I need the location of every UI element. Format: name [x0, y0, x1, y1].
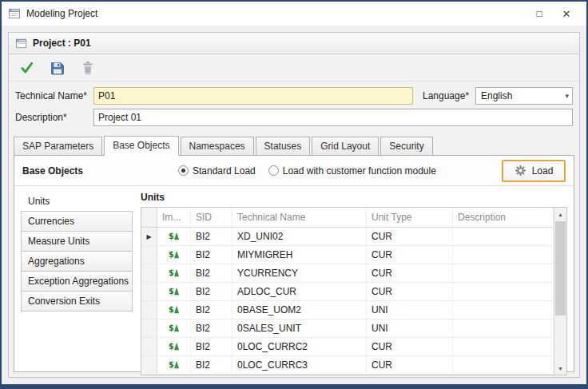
sid-cell: BI2	[191, 264, 232, 282]
unit-type-cell: UNI	[367, 320, 453, 337]
project-header: Project : P01	[9, 33, 579, 54]
row-selector-cell[interactable]: ▶	[141, 228, 157, 245]
currency-icon: $	[169, 267, 180, 280]
radio-standard-load[interactable]: Standard Load	[178, 165, 256, 177]
tab-namespaces[interactable]: Namespaces	[181, 137, 254, 155]
validate-button[interactable]	[18, 59, 36, 77]
sid-cell: BI2	[191, 228, 232, 245]
table-row[interactable]: ▶$BI2XD_UNI02CUR	[141, 228, 554, 246]
sid-cell: BI2	[191, 356, 232, 374]
currency-icon: $	[169, 322, 180, 335]
side-tabs: UnitsCurrenciesMeasure UnitsAggregations…	[21, 191, 133, 367]
row-selector-cell[interactable]	[141, 320, 157, 337]
technical-name-cell: 0LOC_CURRC3	[232, 356, 367, 374]
scroll-down-icon[interactable]: ▼	[554, 362, 566, 375]
row-selector-header	[141, 208, 157, 227]
currency-icon: $	[169, 304, 180, 317]
column-header-unit-type[interactable]: Unit Type	[367, 208, 453, 227]
technical-name-cell: YCURRENCY	[232, 264, 367, 282]
tab-statuses[interactable]: Statuses	[256, 137, 311, 155]
dialog-body: Project : P01	[2, 26, 586, 384]
close-button[interactable]: ✕	[553, 3, 580, 24]
load-button[interactable]: Load	[502, 160, 566, 182]
row-selector-cell[interactable]	[141, 246, 157, 264]
save-button[interactable]	[49, 59, 66, 77]
radio-customer-function-module[interactable]: Load with customer function module	[268, 165, 436, 177]
toolbar	[9, 54, 579, 81]
column-header-im[interactable]: Im...	[157, 208, 191, 227]
description-cell	[453, 246, 554, 264]
description-cell	[453, 356, 554, 374]
sid-cell: BI2	[191, 246, 232, 264]
column-header-sid[interactable]: SID	[191, 208, 232, 227]
technical-name-cell: 0LOC_CURRC2	[232, 338, 367, 355]
unit-type-cell: CUR	[367, 356, 453, 374]
maximize-button[interactable]: □	[526, 3, 553, 24]
row-selector-cell[interactable]	[141, 338, 157, 355]
technical-name-cell: 0BASE_UOM2	[232, 301, 367, 319]
scrollbar-thumb[interactable]	[555, 221, 566, 316]
svg-text:$: $	[169, 231, 174, 240]
svg-text:$: $	[169, 268, 174, 276]
side-item-conversion-exits[interactable]: Conversion Exits	[21, 291, 133, 312]
radio-unselected-icon	[268, 165, 279, 176]
row-selector-cell[interactable]	[141, 301, 157, 319]
table-row[interactable]: $BI20BASE_UOM2UNI	[141, 301, 554, 320]
unit-type-cell: CUR	[367, 264, 453, 282]
currency-icon: $	[169, 340, 180, 354]
description-cell	[453, 228, 554, 245]
table-row[interactable]: $BI2ADLOC_CURCUR	[141, 283, 554, 301]
tab-sap-parameters[interactable]: SAP Parameters	[14, 137, 102, 155]
currency-icon-cell: $	[157, 356, 191, 374]
vertical-scrollbar[interactable]: ▲ ▼	[554, 208, 566, 375]
grid-header-row: Im...SIDTechnical NameUnit TypeDescripti…	[141, 208, 554, 228]
table-row[interactable]: $BI20LOC_CURRC2CUR	[141, 338, 554, 356]
description-row: Description*	[15, 109, 573, 126]
table-row[interactable]: $BI20SALES_UNITUNI	[141, 320, 554, 338]
radio-selected-icon	[178, 165, 189, 176]
side-item-aggregations[interactable]: Aggregations	[21, 251, 133, 272]
column-header-description[interactable]: Description	[453, 208, 554, 227]
check-icon	[20, 61, 34, 75]
side-item-currencies[interactable]: Currencies	[21, 211, 133, 232]
technical-name-cell: MIYMIGREH	[232, 246, 367, 264]
radio-customer-function-module-label: Load with customer function module	[283, 165, 436, 177]
row-selector-cell[interactable]	[141, 356, 157, 374]
currency-icon-cell: $	[157, 246, 191, 264]
column-header-technical-name[interactable]: Technical Name	[232, 208, 367, 227]
technical-name-cell: ADLOC_CUR	[232, 283, 367, 300]
tab-grid-layout[interactable]: Grid Layout	[312, 137, 379, 155]
side-item-exception-aggregations[interactable]: Exception Aggregations	[21, 271, 133, 292]
description-cell	[453, 320, 554, 337]
currency-icon: $	[169, 285, 180, 299]
window-title: Modeling Project	[26, 8, 97, 19]
currency-icon: $	[169, 359, 180, 372]
side-item-measure-units[interactable]: Measure Units	[21, 231, 133, 252]
row-selector-cell[interactable]	[141, 264, 157, 282]
tab-security[interactable]: Security	[380, 137, 432, 155]
row-selector-cell[interactable]	[141, 283, 157, 300]
chevron-down-icon: ▾	[565, 92, 569, 100]
currency-icon-cell: $	[157, 264, 191, 282]
table-row[interactable]: $BI2MIYMIGREHCUR	[141, 246, 554, 264]
currency-icon: $	[169, 248, 180, 262]
currency-icon-cell: $	[157, 338, 191, 355]
table-row[interactable]: $BI2YCURRENCYCUR	[141, 264, 554, 283]
technical-name-input[interactable]	[93, 87, 413, 105]
project-groupbox: Project : P01	[8, 32, 580, 378]
gear-icon	[514, 165, 526, 177]
description-input[interactable]	[93, 109, 573, 126]
language-select[interactable]: English ▾	[475, 87, 573, 105]
sid-cell: BI2	[191, 320, 232, 337]
side-item-units[interactable]: Units	[21, 191, 133, 212]
svg-text:$: $	[169, 249, 174, 258]
scroll-up-icon[interactable]: ▲	[554, 208, 566, 220]
load-button-label: Load	[532, 165, 554, 177]
table-row[interactable]: $BI20LOC_CURRC3CUR	[141, 356, 554, 375]
delete-button[interactable]	[79, 59, 97, 77]
svg-text:$: $	[169, 286, 174, 295]
tab-base-objects[interactable]: Base Objects	[104, 136, 178, 156]
base-objects-panel: Base Objects Standard Load Load with cus…	[14, 155, 574, 372]
app-icon	[8, 7, 21, 20]
currency-icon-cell: $	[157, 283, 191, 300]
